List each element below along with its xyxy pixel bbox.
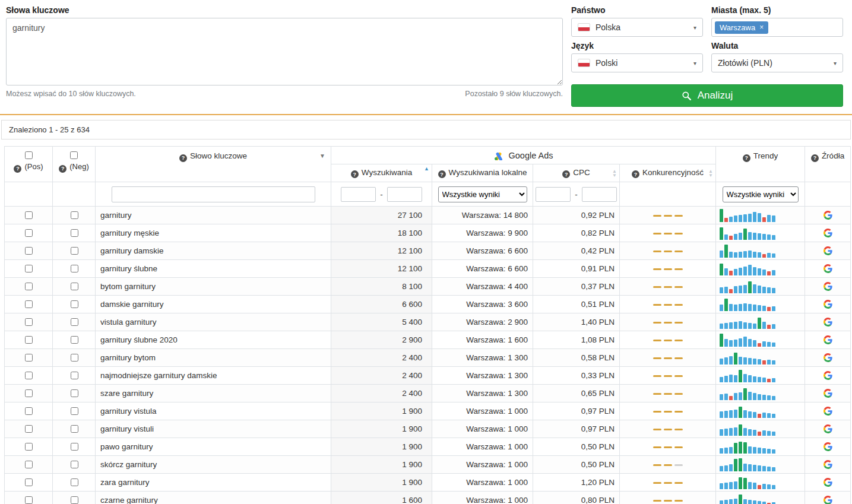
- pos-checkbox[interactable]: [25, 407, 33, 415]
- keyword-filter-input[interactable]: [112, 186, 315, 202]
- help-icon[interactable]: ?: [14, 165, 21, 173]
- help-icon[interactable]: ?: [562, 170, 570, 178]
- competition-column-header[interactable]: ?Konkurencyjność ▲▼: [620, 164, 716, 182]
- google-source-icon[interactable]: [824, 424, 832, 433]
- pos-checkbox[interactable]: [25, 372, 33, 379]
- help-icon[interactable]: ?: [632, 170, 639, 178]
- analyze-button[interactable]: Analizuj: [571, 84, 843, 107]
- google-source-icon[interactable]: [824, 211, 832, 220]
- local-searches-filter-select[interactable]: Wszystkie wyniki: [438, 186, 527, 202]
- neg-checkbox[interactable]: [71, 318, 78, 326]
- pos-checkbox[interactable]: [25, 354, 33, 362]
- help-icon[interactable]: ?: [438, 170, 446, 178]
- select-all-neg-checkbox[interactable]: [70, 151, 78, 159]
- google-source-icon[interactable]: [824, 282, 832, 291]
- keyword-column-header[interactable]: ?Słowo kluczowe ▼: [96, 147, 331, 182]
- cpc-value: 0,58 PLN: [533, 349, 620, 367]
- pos-checkbox[interactable]: [25, 247, 33, 255]
- neg-checkbox[interactable]: [71, 425, 78, 433]
- google-source-icon[interactable]: [824, 389, 832, 398]
- cpc-value: 0,37 PLN: [533, 278, 620, 296]
- table-row: garnitury bytom 2 400 Warszawa: 1 300 0,…: [5, 349, 851, 367]
- cpc-min-input[interactable]: [536, 187, 571, 202]
- remove-city-icon[interactable]: ×: [759, 24, 764, 31]
- pos-checkbox[interactable]: [25, 283, 33, 290]
- neg-checkbox[interactable]: [71, 496, 78, 504]
- google-source-icon[interactable]: [824, 442, 832, 451]
- sort-ascending-icon[interactable]: ▲: [424, 166, 429, 172]
- pos-checkbox[interactable]: [25, 318, 33, 326]
- neg-checkbox[interactable]: [71, 478, 78, 486]
- currency-select[interactable]: Złotówki (PLN) ▾: [711, 53, 843, 72]
- pos-checkbox[interactable]: [25, 461, 33, 468]
- pos-checkbox[interactable]: [25, 211, 33, 219]
- help-icon[interactable]: ?: [811, 154, 819, 162]
- searches-column-header[interactable]: ?Wyszukiwania ▲: [331, 164, 432, 182]
- local-searches-value: Warszawa: 9 900: [432, 224, 533, 242]
- sort-icon[interactable]: ▲▼: [612, 169, 617, 177]
- google-source-icon[interactable]: [824, 300, 832, 309]
- google-source-icon[interactable]: [824, 496, 832, 504]
- neg-checkbox[interactable]: [71, 211, 78, 219]
- neg-checkbox[interactable]: [71, 336, 78, 344]
- google-source-icon[interactable]: [824, 460, 832, 469]
- searches-max-input[interactable]: [387, 187, 422, 202]
- neg-checkbox[interactable]: [71, 229, 78, 237]
- language-select[interactable]: Polski ▾: [571, 53, 703, 72]
- table-row: garnitury ślubne 2020 2 900 Warszawa: 1 …: [5, 331, 851, 349]
- trend-chart: [720, 440, 805, 454]
- google-source-icon[interactable]: [824, 353, 832, 362]
- table-group-header-row: ?(Pos) ?(Neg) ?Słowo kluczowe ▼: [5, 147, 851, 164]
- neg-checkbox[interactable]: [71, 247, 78, 255]
- keywords-textarea[interactable]: garnitury: [6, 18, 563, 85]
- filter-icon[interactable]: ▼: [319, 153, 325, 159]
- trend-chart: [720, 227, 805, 240]
- keyword-text: damskie garnitury: [100, 300, 164, 309]
- pos-checkbox[interactable]: [25, 425, 33, 433]
- trend-chart: [720, 245, 805, 258]
- google-source-icon[interactable]: [824, 478, 832, 487]
- help-icon[interactable]: ?: [179, 154, 187, 162]
- google-source-icon[interactable]: [824, 407, 832, 416]
- pos-checkbox[interactable]: [25, 229, 33, 237]
- cpc-value: 0,51 PLN: [533, 296, 620, 313]
- cpc-column-header[interactable]: ?CPC ▲▼: [533, 164, 620, 182]
- google-source-icon[interactable]: [824, 264, 832, 273]
- cpc-max-input[interactable]: [582, 187, 617, 202]
- analyze-button-label: Analizuj: [698, 90, 733, 102]
- neg-checkbox[interactable]: [71, 407, 78, 415]
- help-icon[interactable]: ?: [351, 170, 359, 178]
- help-icon[interactable]: ?: [59, 165, 66, 173]
- neg-checkbox[interactable]: [71, 372, 78, 379]
- poland-flag-icon: [578, 59, 590, 67]
- google-source-icon[interactable]: [824, 229, 832, 237]
- searches-value: 6 600: [331, 296, 432, 313]
- pos-checkbox[interactable]: [25, 496, 33, 504]
- neg-checkbox[interactable]: [71, 265, 78, 272]
- pos-checkbox[interactable]: [25, 300, 33, 308]
- neg-checkbox[interactable]: [71, 300, 78, 308]
- neg-checkbox[interactable]: [71, 283, 78, 290]
- search-options: Państwo Polska ▾ Miasta (max. 5) Warszaw…: [571, 6, 843, 107]
- trends-filter-select[interactable]: Wszystkie wyniki: [723, 186, 799, 202]
- neg-checkbox[interactable]: [71, 443, 78, 451]
- pos-checkbox[interactable]: [25, 389, 33, 397]
- country-select[interactable]: Polska ▾: [571, 18, 703, 37]
- sort-icon[interactable]: ▲▼: [708, 169, 713, 177]
- pos-checkbox[interactable]: [25, 478, 33, 486]
- local-searches-column-header[interactable]: ?Wyszukiwania lokalne: [432, 164, 533, 182]
- select-all-pos-checkbox[interactable]: [25, 151, 33, 159]
- google-source-icon[interactable]: [824, 335, 832, 344]
- help-icon[interactable]: ?: [743, 154, 750, 162]
- cities-input[interactable]: Warszawa ×: [711, 18, 843, 37]
- searches-min-input[interactable]: [341, 187, 376, 202]
- pos-checkbox[interactable]: [25, 443, 33, 451]
- neg-checkbox[interactable]: [71, 354, 78, 362]
- pos-checkbox[interactable]: [25, 336, 33, 344]
- google-source-icon[interactable]: [824, 318, 832, 327]
- google-source-icon[interactable]: [824, 371, 832, 380]
- google-source-icon[interactable]: [824, 246, 832, 255]
- pos-checkbox[interactable]: [25, 265, 33, 272]
- neg-checkbox[interactable]: [71, 389, 78, 397]
- neg-checkbox[interactable]: [71, 461, 78, 468]
